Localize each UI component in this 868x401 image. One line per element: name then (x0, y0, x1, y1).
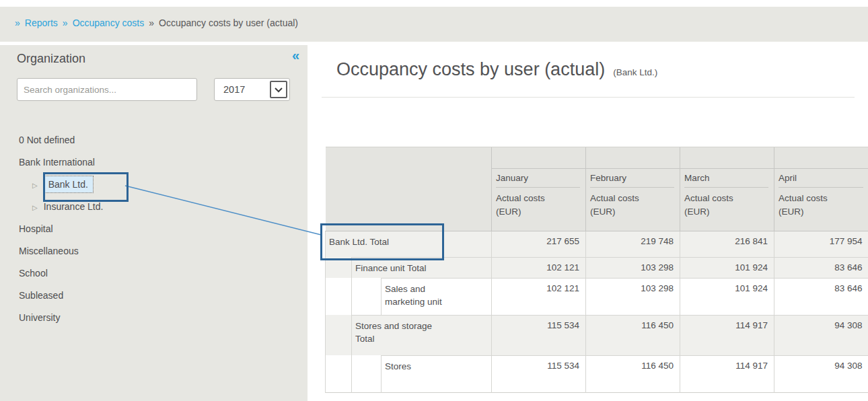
year-select-value: 2017 (223, 84, 245, 95)
tree-item-label: Subleased (19, 290, 63, 301)
table-header-band-cell (492, 147, 586, 169)
table-row: Sales and marketing unit102 121103 29810… (326, 278, 868, 315)
app-window: { "breadcrumb": { "separator": "\u00bb",… (0, 0, 868, 401)
tree-item-label: 0 Not defined (19, 135, 75, 145)
row-indent-cell (352, 355, 382, 392)
value-cell: 83 646 (774, 278, 868, 315)
report-table-container: JanuaryActual costs (EUR)FebruaryActual … (325, 147, 868, 393)
value-cell: 94 308 (774, 315, 868, 355)
tree-item-label: Hospital (19, 223, 53, 234)
report-table-header: JanuaryActual costs (EUR)FebruaryActual … (326, 147, 868, 231)
chevron-down-icon (274, 85, 283, 95)
sidebar-title: Organization (17, 52, 85, 66)
tree-item-label: Bank International (19, 157, 95, 168)
value-cell: 177 954 (774, 231, 868, 258)
value-cell: 115 534 (492, 315, 586, 355)
column-month-label: March (684, 173, 768, 188)
breadcrumb-link[interactable]: Reports (25, 17, 58, 28)
tree-item-label: Insurance Ltd. (44, 201, 104, 212)
report-table: JanuaryActual costs (EUR)FebruaryActual … (325, 147, 868, 393)
tree-item-label: School (19, 268, 48, 279)
value-cell: 102 121 (492, 278, 586, 315)
table-column-header: MarchActual costs (EUR) (680, 169, 774, 231)
breadcrumb: »Reports»Occupancy costs»Occupancy costs… (0, 7, 868, 42)
value-cell: 83 646 (774, 258, 868, 279)
row-label: Stores (382, 355, 492, 392)
value-cell: 103 298 (586, 278, 680, 315)
page-title: Occupancy costs by user (actual)(Bank Lt… (336, 59, 657, 80)
tree-item[interactable]: Bank International (0, 151, 308, 174)
row-label-text: Stores and storage Total (355, 320, 453, 346)
column-measure-label: Actual costs (EUR) (590, 192, 651, 218)
row-label-text: Stores (385, 361, 411, 373)
tree-item[interactable]: Miscellaneous (0, 240, 308, 262)
row-indent-cell (326, 278, 352, 315)
row-label-text: Finance unit Total (355, 262, 427, 275)
value-cell: 114 917 (680, 355, 774, 392)
table-header-band-cell (774, 147, 868, 169)
tree-item[interactable]: School (0, 262, 308, 285)
row-indent-cell (326, 258, 352, 279)
table-row: Bank Ltd. Total217 655219 748216 841177 … (326, 231, 868, 258)
tree-item-label: University (19, 312, 60, 323)
column-month-label: February (590, 173, 674, 188)
row-label: Finance unit Total (352, 258, 492, 279)
row-indent-cell (352, 278, 382, 315)
breadcrumb-link[interactable]: Occupancy costs (73, 17, 145, 28)
value-cell: 103 298 (586, 258, 680, 279)
sidebar: Organization « 2017 0 Not definedBank In… (0, 45, 308, 401)
search-input[interactable] (17, 78, 197, 101)
breadcrumb-separator: » (63, 17, 68, 28)
collapse-sidebar-icon[interactable]: « (292, 48, 299, 63)
value-cell: 101 924 (680, 258, 774, 279)
tree-item[interactable]: ▷Bank Ltd. (0, 174, 308, 196)
table-row: Finance unit Total102 121103 298101 9248… (326, 258, 868, 279)
value-cell: 115 534 (492, 355, 586, 392)
tree-item[interactable]: 0 Not defined (0, 129, 308, 151)
tree-item[interactable]: Hospital (0, 218, 308, 240)
page-title-scope: (Bank Ltd.) (613, 67, 657, 77)
breadcrumb-current: Occupancy costs by user (actual) (159, 17, 298, 28)
row-label-text: Sales and marketing unit (385, 283, 464, 309)
title-divider (322, 97, 855, 98)
breadcrumb-separator: » (15, 17, 20, 28)
expand-arrow-icon[interactable]: ▷ (32, 182, 38, 189)
report-table-body: Bank Ltd. Total217 655219 748216 841177 … (326, 231, 868, 393)
table-column-header: AprilActual costs (EUR) (774, 169, 868, 231)
table-column-header: FebruaryActual costs (EUR) (586, 169, 680, 231)
value-cell: 114 917 (680, 315, 774, 355)
page-title-text: Occupancy costs by user (actual) (336, 59, 605, 79)
tree-item[interactable]: University (0, 307, 308, 329)
table-header-band-cell (586, 147, 680, 169)
table-header-band-cell (680, 147, 774, 169)
value-cell: 102 121 (492, 258, 586, 279)
value-cell: 101 924 (680, 278, 774, 315)
row-label: Bank Ltd. Total (326, 231, 492, 258)
year-select[interactable]: 2017 (214, 78, 290, 101)
tree-item[interactable]: ▷Insurance Ltd. (0, 196, 308, 218)
value-cell: 116 450 (586, 355, 680, 392)
breadcrumb-separator: » (149, 17, 154, 28)
column-measure-label: Actual costs (EUR) (684, 192, 745, 218)
value-cell: 94 308 (774, 355, 868, 392)
tree-item[interactable]: Subleased (0, 285, 308, 307)
column-month-label: January (496, 173, 580, 188)
row-label: Sales and marketing unit (382, 278, 492, 315)
table-row: Stores and storage Total115 534116 45011… (326, 315, 868, 355)
value-cell: 216 841 (680, 231, 774, 258)
row-indent-cell (326, 315, 352, 355)
column-month-label: April (779, 173, 863, 188)
column-measure-label: Actual costs (EUR) (496, 192, 556, 218)
column-measure-label: Actual costs (EUR) (779, 192, 839, 218)
expand-arrow-icon[interactable]: ▷ (32, 204, 38, 211)
year-dropdown-button[interactable] (270, 81, 287, 98)
row-label-text: Bank Ltd. Total (329, 237, 389, 247)
table-corner-cell (326, 147, 492, 231)
value-cell: 217 655 (492, 231, 586, 258)
value-cell: 219 748 (586, 231, 680, 258)
table-column-header: JanuaryActual costs (EUR) (492, 169, 586, 231)
tree-item-label: Miscellaneous (19, 246, 79, 256)
row-indent-cell (326, 355, 352, 392)
row-label: Stores and storage Total (352, 315, 492, 355)
organization-tree: 0 Not definedBank International▷Bank Ltd… (0, 129, 308, 329)
